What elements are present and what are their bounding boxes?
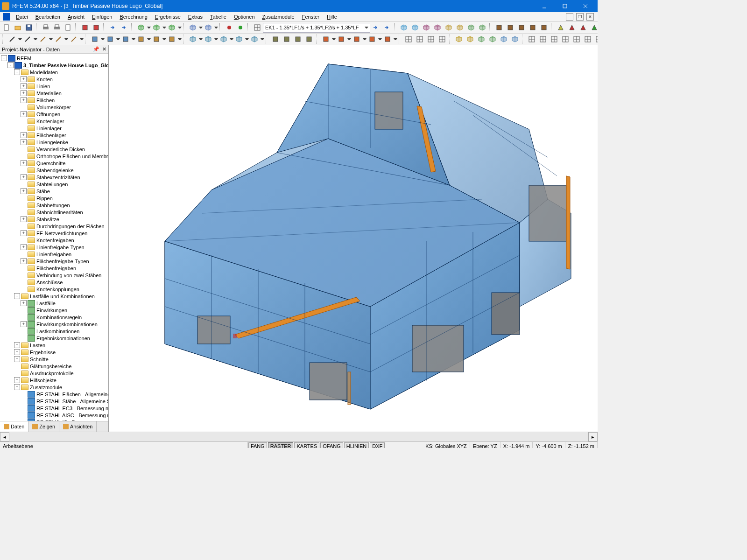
- toolbar-button[interactable]: [583, 34, 593, 44]
- toolbar-button[interactable]: [510, 34, 520, 44]
- tree-twisty[interactable]: +: [14, 356, 20, 362]
- tree-md-item[interactable]: Volumenkörper: [0, 104, 108, 111]
- tree-twisty[interactable]: +: [21, 139, 27, 145]
- tree-twisty[interactable]: +: [21, 216, 27, 222]
- navtab-zeigen[interactable]: Zeigen: [28, 421, 59, 432]
- tree-other-item[interactable]: Glättungsbereiche: [0, 363, 108, 370]
- tree-md-item[interactable]: +Stabsätze: [0, 216, 108, 223]
- toolbar-button[interactable]: [203, 22, 213, 33]
- tree-twisty[interactable]: +: [21, 174, 27, 180]
- model-viewport[interactable]: [109, 45, 598, 432]
- tree-md-item[interactable]: Knotenkopplungen: [0, 286, 108, 293]
- tree-twisty[interactable]: +: [21, 300, 27, 306]
- toolbar-button[interactable]: [270, 34, 281, 44]
- toolbar-button[interactable]: [321, 34, 331, 44]
- mdi-close-button[interactable]: ✕: [586, 13, 594, 21]
- toolbar-button[interactable]: [421, 22, 431, 33]
- toolbar-button[interactable]: [560, 34, 571, 44]
- minimize-button[interactable]: [534, 0, 555, 12]
- toolbar-button[interactable]: [426, 34, 436, 44]
- toolbar-button[interactable]: [1, 22, 12, 33]
- toolbar-button[interactable]: [167, 22, 177, 33]
- tree-modeldata[interactable]: -Modelldaten: [0, 69, 108, 76]
- toolbar-button[interactable]: [13, 22, 23, 33]
- toolbar-button[interactable]: [188, 22, 198, 33]
- tree-md-item[interactable]: +Stäbe: [0, 188, 108, 195]
- panel-close-icon[interactable]: ✕: [102, 46, 106, 52]
- toolbar-button[interactable]: [203, 34, 213, 44]
- tree-twisty[interactable]: +: [14, 342, 20, 348]
- toolbar-button[interactable]: [505, 22, 515, 33]
- toolbar-button[interactable]: [437, 34, 447, 44]
- toolbar-button[interactable]: [234, 34, 244, 44]
- toolbar-button[interactable]: [69, 34, 79, 44]
- tree-twisty[interactable]: -: [14, 293, 20, 299]
- toolbar-button[interactable]: [465, 34, 475, 44]
- tree-md-item[interactable]: +Flächen: [0, 97, 108, 104]
- tree-other-item[interactable]: +Hilfsobjekte: [0, 377, 108, 384]
- toolbar-button[interactable]: [578, 22, 588, 33]
- toolbar-button[interactable]: [80, 22, 90, 33]
- tree-twisty[interactable]: +: [21, 321, 27, 327]
- tree-model[interactable]: -3_Timber Passive House Lugo_Global: [0, 62, 108, 69]
- menu-optionen[interactable]: Optionen: [230, 13, 259, 21]
- hscroll-track[interactable]: [9, 432, 588, 441]
- tree-twisty[interactable]: +: [21, 132, 27, 138]
- toolbar-button[interactable]: [476, 34, 486, 44]
- toolbar-button[interactable]: [218, 34, 229, 44]
- menu-fenster[interactable]: Fenster: [298, 13, 323, 21]
- toolbar-button[interactable]: [367, 34, 377, 44]
- menu-ergebnisse[interactable]: Ergebnisse: [151, 13, 184, 21]
- tree-md-item[interactable]: Stabteilungen: [0, 181, 108, 188]
- pin-icon[interactable]: 📌: [93, 46, 99, 52]
- toolbar-button[interactable]: [527, 34, 537, 44]
- menu-tabelle[interactable]: Tabelle: [206, 13, 230, 21]
- toolbar-button[interactable]: [63, 22, 73, 33]
- navtab-ansichten[interactable]: Ansichten: [59, 421, 97, 432]
- tree-twisty[interactable]: -: [14, 69, 20, 75]
- tree-md-item[interactable]: Linienlager: [0, 125, 108, 132]
- tree-twisty[interactable]: +: [21, 90, 27, 96]
- tree-root[interactable]: -RFEM: [0, 55, 108, 62]
- toolbar-button[interactable]: [252, 22, 262, 33]
- tree-twisty[interactable]: +: [21, 111, 27, 117]
- tree-md-item[interactable]: Knotenfreigaben: [0, 237, 108, 244]
- toolbar-button[interactable]: [108, 22, 118, 33]
- tree-twisty[interactable]: +: [21, 160, 27, 166]
- toolbar-button[interactable]: [571, 34, 582, 44]
- toolbar-button[interactable]: [336, 34, 346, 44]
- toolbar-button[interactable]: [538, 34, 548, 44]
- tree-md-item[interactable]: Flächenfreigaben: [0, 265, 108, 272]
- toolbar-button[interactable]: [188, 34, 198, 44]
- tree-module-item[interactable]: RF-STAHL Stäbe - Allgemeine Spannungsana…: [0, 398, 108, 405]
- tree-md-item[interactable]: +FE-Netzverdichtungen: [0, 230, 108, 237]
- tree-twisty[interactable]: +: [21, 258, 27, 264]
- toolbar-button[interactable]: [466, 22, 476, 33]
- toolbar-button[interactable]: [136, 22, 146, 33]
- menu-zusatzmodule[interactable]: Zusatzmodule: [259, 13, 298, 21]
- menu-einfügen[interactable]: Einfügen: [88, 13, 116, 21]
- tree-module-item[interactable]: RF-STAHL EC3 - Bemessung nach Eurocode: [0, 405, 108, 412]
- toolbar-button[interactable]: [410, 22, 420, 33]
- toolbar-button[interactable]: [24, 22, 34, 33]
- menu-ansicht[interactable]: Ansicht: [64, 13, 88, 21]
- toolbar-button[interactable]: [432, 22, 443, 33]
- toolbar-button[interactable]: [105, 34, 115, 44]
- menu-berechnung[interactable]: Berechnung: [116, 13, 151, 21]
- scroll-left-button[interactable]: ◂: [0, 432, 9, 441]
- tree-md-item[interactable]: Rippen: [0, 195, 108, 202]
- toolbar-button[interactable]: [477, 22, 487, 33]
- tree-load-item[interactable]: +Einwirkungskombinationen: [0, 321, 108, 328]
- tree-md-item[interactable]: +Flächenlager: [0, 132, 108, 139]
- menu-hilfe[interactable]: Hilfe: [323, 13, 341, 21]
- toolbar-button[interactable]: [454, 34, 464, 44]
- tree-other-item[interactable]: +Lasten: [0, 342, 108, 349]
- tree-module-item[interactable]: RF-STAHL AISC - Bemessung nach AISC: [0, 412, 108, 419]
- status-toggle-ofang[interactable]: OFANG: [320, 442, 343, 448]
- tree-other-item[interactable]: Ausdruckprotokolle: [0, 370, 108, 377]
- toolbar-button[interactable]: [516, 22, 527, 33]
- toolbar-button[interactable]: [52, 22, 62, 33]
- tree-twisty[interactable]: +: [21, 83, 27, 89]
- toolbar-button[interactable]: [41, 22, 51, 33]
- status-toggle-fang[interactable]: FANG: [248, 442, 267, 448]
